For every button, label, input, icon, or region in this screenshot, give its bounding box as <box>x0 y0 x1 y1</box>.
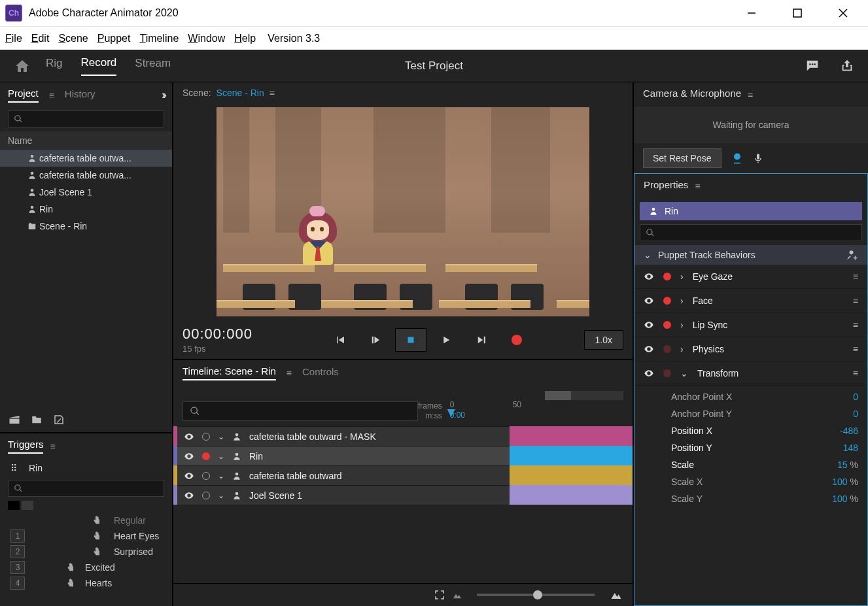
note-icon[interactable] <box>52 414 65 426</box>
chevron-right-icon[interactable]: › <box>680 344 684 354</box>
menu-help[interactable]: Help <box>234 33 256 44</box>
project-item[interactable]: Rin <box>0 201 172 218</box>
transform-row[interactable]: Anchor Point Y0 <box>634 405 867 422</box>
transform-row[interactable]: Anchor Point X0 <box>634 388 867 405</box>
transform-row[interactable]: Position Y148 <box>634 439 867 456</box>
arm-toggle[interactable] <box>202 433 210 441</box>
tab-history[interactable]: History <box>65 88 95 102</box>
behavior-row[interactable]: › Lip Sync ≡ <box>634 313 867 337</box>
row-menu-icon[interactable]: ≡ <box>853 295 858 306</box>
transform-value[interactable]: 0 <box>853 409 858 419</box>
behavior-row[interactable]: › Eye Gaze ≡ <box>634 265 867 289</box>
eye-icon[interactable] <box>184 490 194 501</box>
timeline-track[interactable]: ⌄ Joel Scene 1 <box>173 485 633 505</box>
timeline-track[interactable]: ⌄ cafeteria table outward <box>173 465 633 485</box>
arm-dot[interactable] <box>663 273 671 280</box>
record-button[interactable] <box>501 328 532 352</box>
transform-value[interactable]: 15 <box>837 460 848 470</box>
track-clip[interactable] <box>510 485 633 505</box>
folder-icon[interactable] <box>30 414 43 426</box>
cam-menu-icon[interactable]: ≡ <box>748 90 753 100</box>
eye-icon[interactable] <box>184 431 194 442</box>
menu-file[interactable]: File <box>5 33 22 44</box>
eye-icon[interactable] <box>644 320 654 330</box>
menu-edit[interactable]: Edit <box>31 33 50 44</box>
go-to-start-button[interactable] <box>324 328 356 352</box>
transform-row[interactable]: Scale X100% <box>634 473 867 490</box>
fit-icon[interactable] <box>434 589 445 601</box>
expand-panel-icon[interactable]: ›› <box>162 88 164 102</box>
play-button[interactable] <box>430 328 462 352</box>
chevron-down-icon[interactable]: ⌄ <box>680 368 688 379</box>
eye-icon[interactable] <box>644 295 654 306</box>
row-menu-icon[interactable]: ≡ <box>853 344 858 354</box>
step-forward-button[interactable] <box>466 328 497 352</box>
transform-row[interactable]: Scale Y100% <box>634 490 867 507</box>
step-back-button[interactable] <box>360 328 391 352</box>
clapper-icon[interactable] <box>8 414 21 426</box>
chevron-down-icon[interactable]: ⌄ <box>218 471 224 480</box>
trigger-item[interactable]: 4Hearts <box>0 575 172 591</box>
triggers-search[interactable] <box>8 480 164 497</box>
set-rest-pose-button[interactable]: Set Rest Pose <box>643 148 721 168</box>
project-item[interactable]: cafeteria table outwa... <box>0 150 172 167</box>
behavior-row[interactable]: › Face ≡ <box>634 289 867 313</box>
close-button[interactable] <box>830 3 856 23</box>
add-behavior-icon[interactable] <box>846 249 858 261</box>
behavior-row[interactable]: › Physics ≡ <box>634 337 867 362</box>
project-item[interactable]: Joel Scene 1 <box>0 184 172 201</box>
arm-toggle[interactable] <box>202 472 210 480</box>
transform-row[interactable]: Position X-486 <box>634 422 867 439</box>
zoom-out-mountain-icon[interactable] <box>452 590 462 600</box>
chevron-right-icon[interactable]: › <box>680 271 684 282</box>
arm-dot[interactable] <box>663 369 671 377</box>
chevron-right-icon[interactable]: › <box>680 295 684 306</box>
arm-dot[interactable] <box>663 321 671 329</box>
trigger-item[interactable]: 3Excited <box>0 560 172 575</box>
row-menu-icon[interactable]: ≡ <box>853 320 858 330</box>
eye-icon[interactable] <box>644 368 654 379</box>
track-clip[interactable] <box>510 426 633 446</box>
tab-controls[interactable]: Controls <box>302 366 339 380</box>
zoom-in-mountain-icon[interactable] <box>609 589 623 601</box>
menu-puppet[interactable]: Puppet <box>97 33 131 44</box>
menu-scene[interactable]: Scene <box>58 33 88 44</box>
trigger-item[interactable]: 2Surprised <box>0 544 172 560</box>
triggers-menu-icon[interactable]: ≡ <box>50 441 55 452</box>
stop-button[interactable] <box>395 328 426 352</box>
keyboard-icon[interactable]: ⠿ <box>10 463 18 473</box>
project-panel-menu-icon[interactable]: ≡ <box>49 90 54 101</box>
menu-window[interactable]: Window <box>188 33 225 44</box>
tab-timeline[interactable]: Timeline: Scene - Rin <box>182 365 276 380</box>
share-icon[interactable] <box>839 59 855 73</box>
transform-value[interactable]: 100 <box>832 494 847 504</box>
row-menu-icon[interactable]: ≡ <box>853 368 858 379</box>
eye-icon[interactable] <box>184 471 194 481</box>
triggers-tab[interactable]: Triggers <box>8 439 43 454</box>
properties-search[interactable] <box>640 224 862 241</box>
row-menu-icon[interactable]: ≡ <box>853 271 858 282</box>
timeline-menu-icon[interactable]: ≡ <box>286 368 292 379</box>
transform-value[interactable]: 0 <box>853 392 858 402</box>
chevron-down-icon[interactable]: ⌄ <box>218 432 224 441</box>
mic-icon[interactable] <box>753 152 763 165</box>
comment-icon[interactable] <box>804 59 821 73</box>
project-item[interactable]: cafeteria table outwa... <box>0 167 172 184</box>
transform-value[interactable]: 148 <box>843 443 858 453</box>
project-search[interactable] <box>8 110 164 127</box>
arm-dot[interactable] <box>663 297 671 305</box>
trigger-item[interactable]: Regular <box>0 513 172 528</box>
timecode[interactable]: 00:00:00 <box>182 326 244 342</box>
playback-speed[interactable]: 1.0x <box>584 330 623 350</box>
arm-toggle[interactable] <box>202 452 210 460</box>
chevron-down-icon[interactable]: ⌄ <box>218 452 224 461</box>
timeline-search[interactable] <box>182 401 418 421</box>
tab-record[interactable]: Record <box>81 56 117 76</box>
timeline-track[interactable]: ⌄ cafeteria table outward - MASK <box>173 426 633 446</box>
eye-icon[interactable] <box>644 344 654 354</box>
tab-project[interactable]: Project <box>8 88 39 103</box>
tab-stream[interactable]: Stream <box>135 57 171 75</box>
trigger-item[interactable]: 1Heart Eyes <box>0 528 172 544</box>
transform-header[interactable]: ⌄ Transform ≡ <box>634 362 867 386</box>
timeline-track[interactable]: ⌄ Rin <box>173 446 633 465</box>
